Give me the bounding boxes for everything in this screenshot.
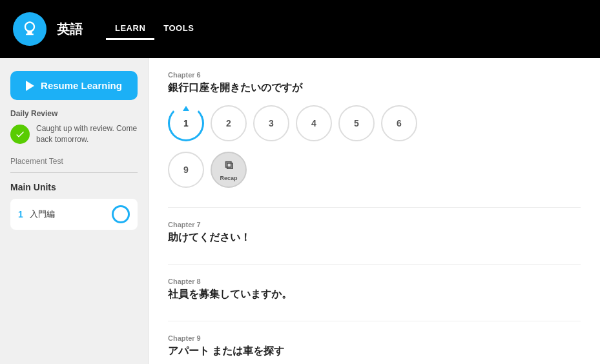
review-status: Caught up with review. Come back tomorro…	[10, 123, 138, 145]
chapter-7-label: Chapter 7	[168, 221, 581, 228]
content-area: Resume Learning Daily Review Caught up w…	[0, 58, 600, 364]
chapter-7-title: 助けてください！	[168, 231, 581, 245]
play-icon	[26, 81, 34, 91]
placement-test[interactable]: Placement Test	[10, 157, 138, 173]
app-title: 英語	[57, 21, 83, 38]
review-text: Caught up with review. Come back tomorro…	[36, 123, 138, 145]
lesson-circle-2[interactable]: 2	[211, 105, 247, 141]
daily-review-section: Daily Review Caught up with review. Come…	[10, 109, 138, 145]
main-units-title: Main Units	[10, 182, 138, 192]
lesson-circle-6[interactable]: 6	[381, 105, 417, 141]
play-indicator	[183, 106, 189, 111]
divider-6-7	[168, 207, 581, 208]
daily-review-title: Daily Review	[10, 109, 138, 118]
chapter-8-title: 社員を募集していますか。	[168, 288, 581, 301]
check-circle	[10, 125, 30, 144]
chapter-9-title: アパート または車を探す	[168, 345, 581, 358]
lesson-circle-5[interactable]: 5	[338, 105, 375, 141]
nav-tools[interactable]: TOOLS	[154, 18, 203, 40]
resume-button[interactable]: Resume Learning	[10, 71, 138, 100]
recap-icon: ⧉	[225, 159, 233, 172]
chapter-9-section: Chapter 9 アパート または車を探す	[168, 334, 581, 358]
chapter-7-section: Chapter 7 助けてください！	[168, 221, 581, 245]
unit-name: 入門編	[30, 208, 55, 220]
top-nav: LEARN TOOLS	[106, 18, 203, 40]
checkmark-icon	[15, 129, 25, 139]
lesson-circle-9[interactable]: 9	[168, 152, 204, 188]
recap-label: Recap	[220, 175, 237, 181]
main-content: Chapter 6 銀行口座を開きたいのですが 1 2 3 4 5 6 9 ⧉ …	[149, 58, 600, 364]
lesson-circle-1[interactable]: 1	[168, 105, 204, 141]
nav-learn[interactable]: LEARN	[106, 18, 154, 40]
chapter-8-label: Chapter 8	[168, 278, 581, 285]
lesson-recap[interactable]: ⧉ Recap	[211, 152, 247, 188]
trophy-icon	[21, 20, 39, 38]
lesson-circle-3[interactable]: 3	[253, 105, 289, 141]
sidebar: Resume Learning Daily Review Caught up w…	[0, 58, 149, 364]
avatar	[13, 12, 47, 46]
chapter-6-label: Chapter 6	[168, 71, 581, 79]
chapter-9-label: Chapter 9	[168, 334, 581, 342]
unit-left: 1 入門編	[18, 208, 55, 220]
app-header: 英語 LEARN TOOLS	[0, 0, 600, 58]
lessons-row-1: 1 2 3 4 5 6	[168, 105, 581, 141]
divider-7-8	[168, 264, 581, 265]
resume-label: Resume Learning	[41, 80, 122, 91]
chapter-6-section: Chapter 6 銀行口座を開きたいのですが 1 2 3 4 5 6 9 ⧉ …	[168, 71, 581, 188]
divider-8-9	[168, 321, 581, 321]
unit-item[interactable]: 1 入門編	[10, 199, 138, 230]
chapter-6-title: 銀行口座を開きたいのですが	[168, 81, 581, 95]
chapter-8-section: Chapter 8 社員を募集していますか。	[168, 278, 581, 301]
lessons-row-2: 9 ⧉ Recap	[168, 152, 581, 188]
unit-number: 1	[18, 209, 23, 219]
unit-progress-circle	[112, 205, 130, 223]
lesson-circle-4[interactable]: 4	[296, 105, 332, 141]
